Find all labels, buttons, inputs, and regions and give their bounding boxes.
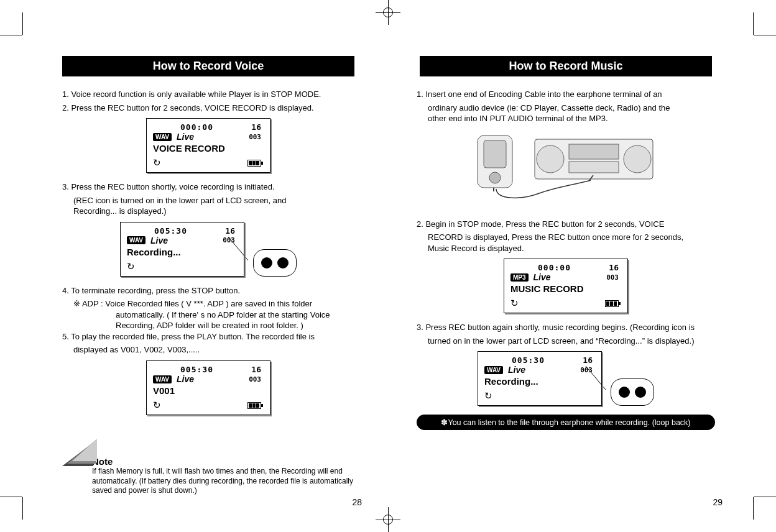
step-sub: other end into IN PUT AUDIO terminal of …	[417, 113, 715, 124]
lcd-mode-label: V001	[153, 385, 261, 396]
crop-mark	[22, 12, 23, 35]
step: 3. Press REC button again shortly, music…	[417, 322, 715, 333]
lcd-time: 005:30	[180, 365, 213, 374]
body-text: 3. Press the REC button shortly, voice r…	[62, 181, 354, 217]
lcd-mode-label: VOICE RECORD	[153, 143, 261, 154]
page-right: How to Record Music 1. Insert one end of…	[404, 50, 728, 507]
lcd-screen: 000:00 16 WAV Live 003 VOICE RECORD	[146, 118, 270, 173]
step: 2. Begin in STOP mode, Press the REC but…	[417, 219, 715, 230]
step-sub: ordinary audio device (ie: CD Player, Ca…	[417, 103, 715, 114]
step-sub: Music Record is displayed.	[417, 243, 715, 254]
device-connection-illustration	[466, 131, 665, 205]
step-sub: (REC icon is turned on in the lower part…	[62, 195, 354, 206]
battery-icon	[247, 402, 261, 409]
step: 3. Press the REC button shortly, voice r…	[62, 181, 354, 193]
svg-point-9	[624, 145, 651, 173]
registration-mark-icon	[376, 507, 400, 532]
note-label: Note	[92, 456, 354, 467]
step: 1. Insert one end of Encoding Cable into…	[417, 89, 715, 100]
body-text: 1. Voice record function is only availab…	[62, 89, 354, 113]
page-number: 28	[352, 497, 362, 507]
crop-mark	[754, 497, 776, 497]
crop-mark	[754, 35, 776, 35]
body-text: 2. Begin in STOP mode, Press the REC but…	[417, 219, 715, 254]
step: 4. To terminate recording, press the STO…	[62, 285, 354, 296]
lcd-live-label: Live	[177, 374, 194, 384]
lcd-tracks: 16	[225, 226, 235, 236]
lcd-tracks: 16	[583, 355, 593, 365]
svg-marker-3	[72, 439, 97, 461]
repeat-icon	[510, 298, 519, 309]
body-text: 3. Press REC button again shortly, music…	[417, 322, 715, 346]
lcd-mode-label: Recording...	[127, 247, 235, 257]
step: 5. To play the recorded file, press the …	[62, 331, 354, 342]
body-text: 4. To terminate recording, press the STO…	[62, 285, 354, 355]
lcd-live-label: Live	[177, 132, 194, 142]
crop-mark	[753, 497, 754, 520]
note-box: Note If flash Memory is full, it will fl…	[62, 456, 354, 496]
lcd-time: 005:30	[512, 355, 545, 365]
lcd-time: 000:00	[180, 122, 213, 132]
format-badge: WAV	[153, 133, 172, 141]
note-text: If flash Memory is full, it will flash t…	[92, 467, 354, 496]
lcd-screen: 005:30 16 WAV Live 003 V001	[146, 360, 270, 415]
lcd-time: 005:30	[154, 226, 187, 236]
svg-point-8	[537, 145, 564, 173]
registration-mark-icon	[376, 0, 400, 25]
svg-rect-10	[569, 144, 619, 159]
lcd-subcount: 003	[606, 273, 619, 282]
svg-point-6	[489, 172, 501, 183]
record-magnifier-icon	[611, 378, 654, 406]
record-magnifier-icon	[253, 249, 297, 277]
step-sub: Recording... is displayed.)	[62, 206, 354, 217]
repeat-icon	[153, 400, 161, 411]
step-sub-text: ADP : Voice Recorded files ( V ***. ADP …	[80, 299, 312, 308]
format-badge: WAV	[127, 236, 146, 244]
format-badge: WAV	[153, 375, 172, 383]
lcd-mode-label: MUSIC RECORD	[510, 283, 619, 294]
repeat-icon	[484, 390, 492, 401]
heading-record-voice: How to Record Voice	[62, 56, 354, 76]
callout-pill: ✽You can listen to the file through earp…	[417, 415, 715, 430]
lcd-subcount: 003	[580, 366, 593, 374]
format-badge: WAV	[484, 366, 503, 374]
page-number: 29	[713, 497, 723, 507]
crop-mark	[753, 12, 754, 35]
svg-rect-5	[484, 140, 506, 168]
format-badge: MP3	[510, 273, 529, 282]
body-text: 1. Insert one end of Encoding Cable into…	[417, 89, 715, 124]
note-triangle-icon	[62, 439, 97, 467]
page-left: How to Record Voice 1. Voice record func…	[50, 50, 367, 507]
lcd-screen: 005:30 16 WAV Live 003 Recording...	[478, 351, 602, 406]
lcd-subcount: 003	[249, 133, 261, 141]
step-sub: turned on in the lower part of LCD scree…	[417, 336, 715, 347]
lcd-live-label: Live	[508, 365, 525, 375]
lcd-live-label: Live	[534, 272, 551, 282]
crop-mark	[22, 497, 23, 520]
crop-mark	[0, 35, 22, 35]
lcd-screen: 000:00 16 MP3 Live 003 MUSIC RECORD	[504, 259, 628, 313]
step: 1. Voice record function is only availab…	[62, 89, 354, 100]
crop-mark	[0, 497, 22, 497]
step-sub: ※ ADP : Voice Recorded files ( V ***. AD…	[62, 298, 354, 310]
repeat-icon	[127, 261, 135, 272]
callout-text: You can listen to the file through earph…	[448, 418, 690, 427]
lcd-subcount: 003	[249, 375, 261, 383]
lcd-screen: 005:30 16 WAV Live 003 Recording...	[120, 222, 244, 277]
reference-mark-icon: ✽	[441, 418, 448, 427]
svg-rect-11	[569, 162, 619, 173]
reference-mark-icon: ※	[73, 299, 80, 308]
step-sub: displayed as V001, V002, V003,.....	[62, 344, 354, 355]
step: 2. Press the REC button for 2 seconds, V…	[62, 103, 354, 114]
lcd-tracks: 16	[609, 263, 619, 272]
lcd-tracks: 16	[251, 122, 261, 132]
step-sub: RECORD is displayed, Press the REC butto…	[417, 232, 715, 243]
lcd-mode-label: Recording...	[484, 376, 593, 387]
lcd-tracks: 16	[251, 365, 261, 374]
lcd-live-label: Live	[150, 236, 168, 245]
heading-record-music: How to Record Music	[420, 56, 712, 76]
step-sub: automatically. ( If there' s no ADP fold…	[62, 310, 354, 321]
step-sub: Recording, ADP folder will be created in…	[62, 320, 354, 331]
battery-icon	[247, 160, 261, 167]
battery-icon	[605, 300, 619, 307]
